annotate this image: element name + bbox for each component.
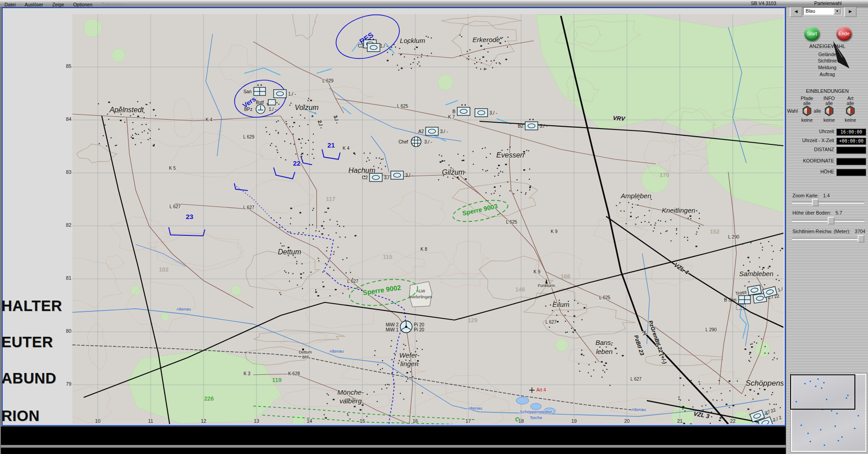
svg-text:17: 17	[465, 418, 471, 424]
start-button[interactable]: Start	[804, 27, 820, 41]
slider-thumb-1[interactable]	[828, 217, 835, 225]
svg-text:L 627: L 627	[243, 205, 255, 210]
ende-button[interactable]: Ende	[836, 27, 852, 41]
alw-area: ALWWeferlingen	[409, 282, 432, 307]
svg-text:Ampleben: Ampleben	[620, 192, 651, 200]
field-label-1: Uhrzeit - X-Zeit	[786, 138, 834, 143]
svg-text:C2: C2	[358, 43, 364, 48]
svg-text:15: 15	[360, 418, 365, 424]
svg-text:L 627: L 627	[631, 377, 642, 382]
svg-text:B San: B San	[724, 297, 736, 302]
svg-text:11: 11	[148, 418, 153, 424]
svg-text:Mönche-: Mönche-	[337, 388, 364, 396]
svg-text:K 3: K 3	[243, 371, 250, 376]
minimap[interactable]	[790, 373, 867, 453]
svg-text:L 627: L 627	[347, 279, 359, 284]
console-bar-lower	[1, 448, 786, 454]
slider-track-2[interactable]	[792, 238, 864, 240]
slider-track-0[interactable]	[792, 202, 864, 204]
slider-label-1: Höhe über Boden:5.7	[792, 210, 842, 215]
field-value-1: +00:00:00	[836, 138, 866, 145]
display-knob-icon[interactable]	[824, 105, 835, 116]
svg-text:23: 23	[186, 213, 194, 220]
slider-thumb-2[interactable]	[858, 235, 864, 243]
einblendung-keine-label[interactable]: keine	[837, 117, 864, 123]
svg-text:Chef: Chef	[398, 139, 408, 144]
svg-text:117: 117	[326, 196, 336, 202]
minimap-unit-dot	[835, 425, 836, 427]
svg-text:Schöppenstedter: Schöppenstedter	[520, 409, 552, 414]
map-canvas[interactable]: ALWWeferlingenApelnstedtVolzumLocklumErk…	[72, 14, 783, 424]
svg-text:San: San	[243, 89, 251, 94]
svg-text:3./ -: 3./ -	[424, 139, 432, 144]
slider-thumb-0[interactable]	[812, 199, 819, 206]
margin-word: ABUND	[1, 370, 57, 387]
svg-text:L 290: L 290	[728, 234, 740, 239]
svg-text:K 5: K 5	[169, 166, 175, 171]
field-label-3: KOORDINATE	[786, 158, 834, 163]
map-window: HALTEREUTERABUNDRION 85848382818079 ALWW…	[2, 7, 786, 426]
svg-text:13: 13	[254, 418, 259, 424]
display-knob-icon[interactable]	[845, 105, 856, 116]
menu-item-datei[interactable]: Datei	[0, 1, 20, 7]
party-prev-button[interactable]: ◀	[790, 7, 802, 17]
minimap-unit-dot	[820, 429, 821, 430]
dropdown-arrow-icon[interactable]: ▼	[834, 8, 841, 14]
field-value-0: 16:00:00	[836, 129, 866, 136]
menu-items: DateiAuslöserZeigeOptionenTeilnehmer	[0, 0, 129, 8]
svg-text:152: 152	[710, 228, 720, 235]
party-dropdown-value: Blau	[806, 8, 815, 14]
menu-item-optionen[interactable]: Optionen	[69, 1, 97, 7]
svg-text:3./ -: 3./ -	[440, 129, 448, 134]
svg-text:Pi 20: Pi 20	[414, 327, 424, 332]
einblendung-mid-alle-label[interactable]: alle	[811, 108, 824, 114]
minimap-unit-dot	[838, 440, 839, 441]
field-value-3	[836, 158, 866, 165]
anzeige-item-auftrag[interactable]: Auftrag	[793, 72, 861, 77]
svg-text:K 9: K 9	[533, 269, 540, 274]
svg-text:3./ -: 3./ -	[540, 124, 547, 129]
svg-text:Altenau: Altenau	[468, 406, 482, 411]
cursor-pen-icon	[831, 41, 850, 71]
svg-text:K 4: K 4	[205, 117, 212, 122]
field-label-0: Uhrzeit	[786, 129, 834, 134]
anzeige-item-gelände[interactable]: Gelände	[793, 52, 861, 57]
grid-row-label: 81	[58, 275, 71, 281]
menu-item-teilnehmer: Teilnehmer	[97, 1, 129, 7]
anzeige-item-sichtlinie[interactable]: Sichtlinie	[793, 58, 861, 63]
svg-text:L 627: L 627	[545, 320, 557, 325]
svg-text:166: 166	[560, 273, 570, 280]
svg-text:3./: 3./	[384, 175, 389, 180]
svg-text:129: 129	[468, 317, 478, 324]
svg-text:12: 12	[201, 418, 206, 424]
unit-symbol[interactable]: MiW 2MiW 1Pi 20Pi 20	[386, 321, 425, 333]
party-select-label: Parteienwahl	[814, 0, 842, 6]
svg-text:K 7: K 7	[448, 115, 455, 119]
svg-text:Funkturm: Funkturm	[538, 283, 555, 288]
party-next-button[interactable]: ▶	[844, 7, 857, 17]
menu-item-zeige[interactable]: Zeige	[47, 1, 68, 7]
svg-text:leben: leben	[596, 348, 613, 355]
svg-text:MiW 1: MiW 1	[386, 327, 399, 332]
svg-text:Schöppenstedt: Schöppenstedt	[745, 379, 783, 387]
svg-text:3./ -: 3./ -	[405, 173, 413, 178]
field-value-4	[836, 169, 866, 176]
svg-text:1./ -: 1./ -	[288, 91, 296, 96]
svg-text:Altenau: Altenau	[329, 349, 344, 354]
minimap-unit-dot	[824, 444, 825, 446]
app-version: SB V4.3103	[751, 0, 776, 6]
slider-label-2: Sichtlinien-Reichw. (Meter):3704	[792, 229, 865, 234]
svg-text:146: 146	[515, 286, 525, 293]
margin-word: HALTER	[1, 297, 62, 315]
svg-text:10: 10	[95, 418, 100, 424]
menu-item-auslöser[interactable]: Auslöser	[20, 1, 48, 7]
grid-row-label: 82	[58, 222, 71, 228]
svg-text:3./ -: 3./ -	[489, 110, 497, 115]
svg-text:lingen: lingen	[400, 360, 418, 368]
svg-text:170: 170	[659, 172, 669, 178]
party-dropdown[interactable]: Blau ▼	[803, 7, 842, 15]
svg-text:Teiche: Teiche	[530, 415, 542, 420]
anzeige-item-meldung[interactable]: Meldung	[793, 65, 861, 70]
field-label-2: DISTANZ	[786, 147, 834, 152]
svg-text:Dettum: Dettum	[278, 248, 301, 256]
